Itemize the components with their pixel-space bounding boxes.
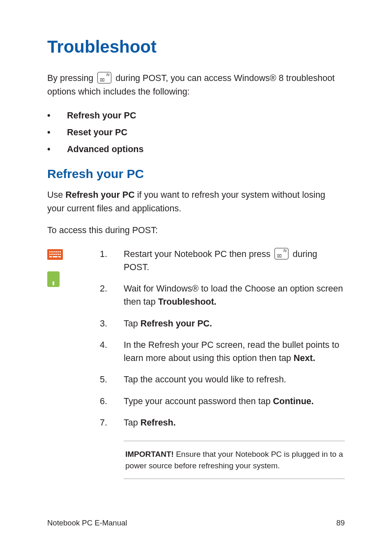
step7-bold: Refresh. [141,418,176,428]
step-item: 5. Tap the account you would like to ref… [100,373,345,386]
step-number: 7. [100,416,124,429]
bullet-dot: • [47,144,67,155]
bullet-dot: • [47,111,67,121]
key-sup-label: f9 [284,249,287,253]
page-title: Troubleshoot [47,37,345,57]
step-number: 4. [100,338,124,365]
step-item: 3. Tap Refresh your PC. [100,317,345,330]
intro-paragraph: By pressing ⌧ f9 during POST, you can ac… [47,72,345,99]
sec-intro-bold: Refresh your PC [65,190,134,200]
page-footer: Notebook PC E-Manual 89 [47,518,345,528]
f9-key-icon: ⌧ f9 [97,72,111,83]
f9-key-icon: ⌧ f9 [274,248,288,259]
option-label: Advanced options [67,144,143,155]
step-text: Wait for Windows® to load the Choose an … [124,282,345,309]
step-item: 1. Restart your Notebook PC then press ⌧… [100,248,345,274]
step-text: Tap Refresh. [124,416,345,429]
step6-before: Type your account password then tap [124,396,273,406]
step2-before: Wait for Windows® to load the Choose an … [124,284,343,307]
step4-bold: Next. [294,353,316,363]
steps-container: 1. Restart your Notebook PC then press ⌧… [47,248,345,438]
access-label: To access this during POST: [47,224,345,237]
section-intro: Use Refresh your PC if you want to refre… [47,188,345,216]
options-list: •Refresh your PC •Reset your PC •Advance… [47,111,345,155]
step2-bold: Troubleshoot. [158,297,217,307]
keyboard-icon [47,249,63,260]
step-text: Tap the account you would like to refres… [124,373,345,386]
note-bold: IMPORTANT! [125,450,174,458]
step-text: Restart your Notebook PC then press ⌧ f9… [124,248,345,274]
list-item: •Refresh your PC [47,111,345,121]
step-number: 5. [100,373,124,386]
step-number: 2. [100,282,124,309]
step-text: Tap Refresh your PC. [124,317,345,330]
step6-bold: Continue. [273,396,314,406]
icon-column [47,248,100,287]
step-text: In the Refresh your PC screen, read the … [124,338,345,365]
step7-before: Tap [124,418,141,428]
option-label: Reset your PC [67,127,127,138]
list-item: •Advanced options [47,144,345,155]
step-item: 7. Tap Refresh. [100,416,345,429]
sec-intro-before: Use [47,190,65,200]
step-number: 3. [100,317,124,330]
step-item: 4. In the Refresh your PC screen, read t… [100,338,345,365]
touchscreen-icon [47,271,60,287]
step-text: Type your account password then tap Cont… [124,395,345,408]
key-sub-glyph: ⌧ [277,254,282,258]
intro-before: By pressing [47,73,96,83]
step1-before: Restart your Notebook PC then press [124,249,273,259]
option-label: Refresh your PC [67,111,136,121]
step-item: 6. Type your account password then tap C… [100,395,345,408]
step-number: 1. [100,248,124,274]
footer-left: Notebook PC E-Manual [47,518,127,528]
footer-page-number: 89 [336,518,345,528]
section-heading: Refresh your PC [47,167,345,181]
key-sub-glyph: ⌧ [100,78,105,82]
important-note: IMPORTANT! Ensure that your Notebook PC … [124,441,345,479]
list-item: •Reset your PC [47,127,345,138]
step3-before: Tap [124,319,141,329]
key-sup-label: f9 [106,73,110,77]
steps-list: 1. Restart your Notebook PC then press ⌧… [100,248,345,438]
step-number: 6. [100,395,124,408]
step-item: 2. Wait for Windows® to load the Choose … [100,282,345,309]
step3-bold: Refresh your PC. [141,319,212,329]
bullet-dot: • [47,127,67,138]
